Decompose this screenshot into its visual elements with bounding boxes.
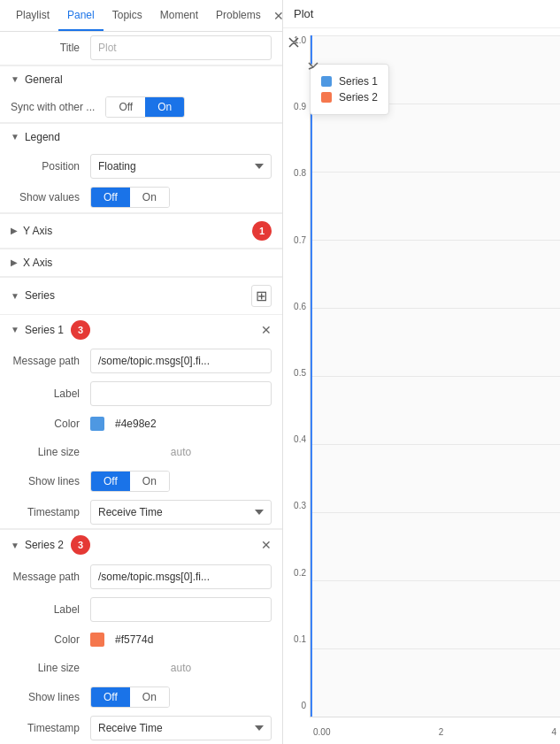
y-label-04: 0.4: [294, 434, 306, 444]
series2-line-size-value: auto: [90, 662, 272, 674]
series2-show-lines-toggle[interactable]: Off On: [90, 686, 170, 708]
y-label-03: 0.3: [294, 501, 306, 510]
sync-toggle[interactable]: Off On: [105, 96, 185, 118]
series2-color-picker[interactable]: #f5774d: [90, 633, 153, 647]
series2-label-input[interactable]: [90, 597, 272, 622]
series2-timestamp-label: Timestamp: [11, 722, 90, 734]
x-axis-label: X Axis: [23, 257, 52, 269]
series1-label-label: Label: [11, 387, 90, 400]
series1-message-path-input[interactable]: [90, 349, 272, 373]
tab-playlist[interactable]: Playlist: [7, 0, 58, 31]
y-axis-label: Y Axis: [23, 225, 52, 237]
series2-show-lines-off[interactable]: Off: [91, 687, 130, 707]
series1-timestamp-row: Timestamp Receive Time Header Stamp Cust…: [0, 496, 282, 529]
position-select[interactable]: Floating Auto Top Bottom: [90, 154, 272, 179]
series2-close-button[interactable]: ✕: [261, 538, 272, 552]
series1-show-lines-off[interactable]: Off: [91, 472, 130, 491]
series1-color-value: #4e98e2: [115, 418, 157, 430]
legend-arrow-icon: ▼: [11, 132, 19, 142]
series1-color-row: Color #4e98e2: [0, 410, 282, 438]
grid-area: [310, 35, 560, 717]
right-panel: Plot 1.0 0.9 0.8 0.7 0.6 0.5 0.4 0.3 0.2…: [283, 0, 560, 744]
series1-label-input[interactable]: [90, 381, 272, 406]
series2-color-value: #f5774d: [115, 633, 153, 646]
y-label-02: 0.2: [294, 568, 306, 578]
legend-section-header[interactable]: ▼ Legend: [0, 123, 282, 150]
series1-color-picker[interactable]: #4e98e2: [90, 417, 157, 431]
series1-color-swatch[interactable]: [90, 417, 104, 431]
y-label-05: 0.5: [294, 368, 306, 378]
general-arrow-icon: ▼: [11, 74, 19, 84]
left-panel: Playlist Panel Topics Moment Problems ✕ …: [0, 0, 283, 744]
series1-show-lines-on[interactable]: On: [130, 472, 169, 491]
series-section-header[interactable]: ▼ Series ⊞: [0, 277, 282, 314]
series2-color-row: Color #f5774d: [0, 625, 282, 654]
series1-line-size-row: Line size auto: [0, 438, 282, 466]
series2-line-size-label: Line size: [11, 662, 90, 674]
grid-line-6: [311, 444, 560, 445]
series2-arrow-icon: ▼: [11, 541, 19, 550]
series2-header: ▼ Series 2 3 ✕: [0, 529, 282, 560]
general-section-header[interactable]: ▼ General: [0, 65, 282, 93]
series2-line-size-row: Line size auto: [0, 654, 282, 682]
series1-label: Series 1: [25, 324, 64, 336]
grid-line-2: [311, 172, 560, 173]
tab-topics[interactable]: Topics: [104, 0, 151, 31]
series2-label: Series 2: [25, 539, 64, 551]
series1-label-row: Label: [0, 378, 282, 410]
y-axis-badge: 1: [252, 221, 272, 241]
x-axis-section-header[interactable]: ▶ X Axis: [0, 249, 282, 276]
x-label-2: 2: [439, 727, 444, 737]
series1-line-size-label: Line size: [11, 446, 90, 458]
plot-container: 1.0 0.9 0.8 0.7 0.6 0.5 0.4 0.3 0.2 0.1 …: [283, 28, 560, 744]
series-label: Series: [25, 289, 55, 302]
show-values-label: Show values: [11, 191, 90, 203]
series2-message-path-input[interactable]: [90, 564, 272, 589]
series1-line-size-value: auto: [90, 446, 272, 458]
series1-timestamp-select[interactable]: Receive Time Header Stamp Custom: [90, 500, 272, 525]
tab-panel[interactable]: Panel: [58, 0, 104, 31]
y-label-07: 0.7: [294, 235, 306, 245]
legend-item-series2: Series 2: [321, 91, 378, 104]
y-label-01: 0.1: [294, 634, 306, 644]
collapse-legend-button[interactable]: [307, 61, 319, 76]
show-values-off-button[interactable]: Off: [91, 188, 130, 207]
y-label-00: 0: [301, 701, 306, 710]
x-label-0: 0.00: [313, 727, 330, 737]
tab-moment[interactable]: Moment: [151, 0, 207, 31]
show-values-on-button[interactable]: On: [130, 188, 169, 207]
series2-color-swatch[interactable]: [90, 633, 104, 647]
series1-show-lines-toggle[interactable]: Off On: [90, 471, 170, 492]
series1-message-path-row: Message path: [0, 345, 282, 378]
close-button[interactable]: ✕: [270, 5, 283, 27]
show-values-row: Show values Off On: [0, 183, 282, 212]
legend-series2-label: Series 2: [339, 91, 378, 104]
series1-header: ▼ Series 1 3 ✕: [0, 314, 282, 345]
grid-line-5: [311, 376, 560, 377]
add-series-button[interactable]: ⊞: [251, 285, 272, 307]
position-row: Position Floating Auto Top Bottom: [0, 150, 282, 183]
title-input[interactable]: [90, 35, 272, 60]
sync-label: Sync with other ...: [11, 101, 105, 113]
y-axis-arrow-icon: ▶: [11, 226, 18, 235]
series2-timestamp-select[interactable]: Receive Time Header Stamp Custom: [90, 716, 272, 740]
y-label-08: 0.8: [294, 168, 306, 178]
tab-bar: Playlist Panel Topics Moment Problems ✕: [0, 0, 282, 32]
series2-message-path-label: Message path: [11, 571, 90, 583]
series2-color-label: Color: [11, 633, 90, 646]
series1-close-button[interactable]: ✕: [261, 323, 272, 337]
show-values-toggle[interactable]: Off On: [90, 187, 170, 208]
series1-timestamp-label: Timestamp: [11, 506, 90, 518]
sync-off-button[interactable]: Off: [106, 97, 145, 117]
series1-show-lines-row: Show lines Off On: [0, 466, 282, 495]
y-axis-section-header[interactable]: ▶ Y Axis 1: [0, 213, 282, 248]
plot-title: Plot: [283, 0, 560, 28]
sync-on-button[interactable]: On: [145, 97, 184, 117]
series2-show-lines-on[interactable]: On: [130, 687, 169, 707]
y-label-09: 0.9: [294, 102, 306, 111]
title-label: Title: [11, 42, 90, 54]
series2-label-label: Label: [11, 603, 90, 616]
tab-problems[interactable]: Problems: [207, 0, 270, 31]
series1-color-label: Color: [11, 418, 90, 430]
plot-collapse-button[interactable]: [287, 35, 301, 52]
